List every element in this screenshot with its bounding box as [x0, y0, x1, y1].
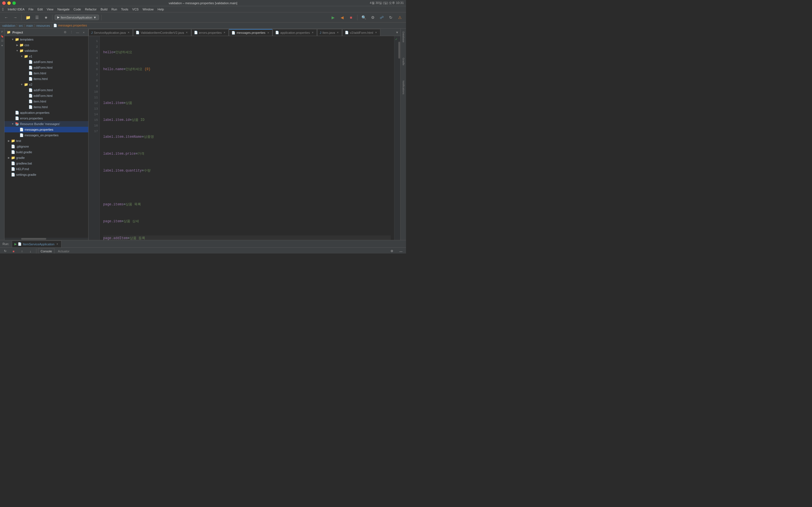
menu-navigate[interactable]: Navigate	[57, 8, 69, 11]
menu-intellij[interactable]: IntelliJ IDEA	[8, 8, 24, 11]
panel-collapse-button[interactable]: —	[75, 30, 80, 35]
menu-vcs[interactable]: VCS	[132, 8, 139, 11]
tree-item-settings-gradle[interactable]: 📄 settings.gradle	[4, 172, 88, 177]
tab-close-service[interactable]: ×	[127, 31, 130, 34]
menu-build[interactable]: Build	[101, 8, 107, 11]
console-tab[interactable]: Console	[38, 248, 54, 254]
minimize-button[interactable]	[7, 1, 11, 5]
breadcrumb-file[interactable]: 📄 messages.properties	[53, 24, 87, 27]
debug-button[interactable]: ◀	[338, 13, 346, 21]
settings-button[interactable]: ⚙	[369, 13, 377, 21]
tab-close-v2-addform[interactable]: ×	[374, 31, 378, 34]
favorites-button[interactable]: ★	[42, 13, 50, 21]
tree-item-v2-items[interactable]: 📄 items.html	[4, 104, 88, 110]
update-button[interactable]: ↻	[387, 13, 395, 21]
tree-item-v1-editform[interactable]: 📄 editForm.html	[4, 65, 88, 70]
tree-item-validation[interactable]: ▼ 📁 validation	[4, 48, 88, 54]
notification-button[interactable]: ⚠	[396, 13, 404, 21]
tab-close-item-java[interactable]: ×	[336, 31, 340, 34]
back-button[interactable]: ←	[2, 13, 10, 21]
tree-item-v1[interactable]: ▼ 📁 v1	[4, 54, 88, 59]
menu-window[interactable]: Window	[143, 8, 154, 11]
menu-tools[interactable]: Tools	[121, 8, 128, 11]
sidebar-icon-services[interactable]: ♠	[0, 43, 4, 47]
tab-service-application[interactable]: J ServiceApplication.java ×	[89, 29, 133, 36]
panel-close-button[interactable]: ×	[82, 30, 86, 35]
panel-gear-button[interactable]: ⚙	[63, 30, 67, 35]
run-restart-button[interactable]: ↻	[1, 247, 9, 254]
window-controls[interactable]	[2, 1, 16, 5]
tab-close-errors[interactable]: ×	[223, 31, 226, 34]
panel-horizontal-scrollbar[interactable]	[4, 238, 88, 240]
actuator-tab[interactable]: Actuator	[55, 248, 72, 254]
menu-view[interactable]: View	[47, 8, 54, 11]
menu-refactor[interactable]: Refactor	[85, 8, 97, 11]
sidebar-icon-bookmarks[interactable]: 🔖	[0, 34, 4, 38]
project-view-button[interactable]: 📁	[24, 13, 32, 21]
tree-item-templates[interactable]: ▼ 📁 templates	[4, 37, 88, 42]
apple-menu[interactable]: 	[2, 7, 4, 11]
tree-item-gradle[interactable]: ▶ 📁 gradle	[4, 155, 88, 161]
menu-code[interactable]: Code	[73, 8, 81, 11]
run-button[interactable]: ▶	[329, 13, 337, 21]
run-config-selector[interactable]: ▶ ItemServiceApplication ▼	[55, 15, 99, 20]
right-icon-gradle[interactable]: Gradle	[402, 56, 405, 67]
tree-item-gradlew-bat[interactable]: 📄 gradlew.bat	[4, 161, 88, 166]
project-tree[interactable]: ▼ 📁 templates ▶ 📁 css ▼ 📁 validation ▼ 📁…	[4, 36, 88, 238]
breadcrumb-src[interactable]: src	[18, 24, 23, 27]
tree-item-gitignore[interactable]: 📄 .gitignore	[4, 144, 88, 149]
editor-content[interactable]: 1 2 3 4 5 6 7 8 9 10 11 12 13 14 15 16 1…	[89, 36, 400, 240]
tab-application-properties[interactable]: 📄 application.properties ×	[273, 29, 317, 36]
tab-messages-properties[interactable]: 📄 messages.properties ×	[229, 29, 272, 36]
tab-errors-properties[interactable]: 📄 errors.properties ×	[192, 29, 229, 36]
tree-item-errors-prop[interactable]: 📄 errors.properties	[4, 115, 88, 121]
maximize-button[interactable]	[12, 1, 16, 5]
run-stop-button[interactable]: ■	[10, 247, 17, 254]
sidebar-icon-structure[interactable]: ☷	[0, 39, 4, 43]
vertical-scrollbar[interactable]	[398, 36, 400, 240]
console-minimize-button[interactable]: —	[397, 247, 405, 254]
tree-item-v2-editform[interactable]: 📄 editForm.html	[4, 93, 88, 99]
tree-item-application-prop[interactable]: 📄 application.properties	[4, 110, 88, 115]
right-icon-database[interactable]: Database	[402, 30, 405, 44]
stop-button[interactable]: ■	[347, 13, 355, 21]
git-button[interactable]: ☍	[378, 13, 386, 21]
close-button[interactable]	[2, 1, 6, 5]
menu-run[interactable]: Run	[111, 8, 117, 11]
breadcrumb-main[interactable]: main	[26, 24, 33, 27]
tree-item-messages-prop[interactable]: 📄 messages.properties	[4, 127, 88, 132]
menu-file[interactable]: File	[29, 8, 34, 11]
menu-edit[interactable]: Edit	[38, 8, 43, 11]
structure-button[interactable]: ☰	[33, 13, 41, 21]
tree-item-v2-item[interactable]: 📄 item.html	[4, 99, 88, 104]
breadcrumb-validation[interactable]: validation	[2, 24, 15, 27]
tree-item-test[interactable]: ▶ 📁 test	[4, 138, 88, 144]
tree-item-messages-en-prop[interactable]: 📄 messages_en.properties	[4, 132, 88, 138]
forward-button[interactable]: →	[11, 13, 19, 21]
tree-item-v1-items[interactable]: 📄 items.html	[4, 76, 88, 82]
tab-close-controller[interactable]: ×	[185, 31, 189, 34]
tab-close-messages[interactable]: ×	[266, 31, 270, 34]
tree-item-css[interactable]: ▶ 📁 css	[4, 42, 88, 48]
tab-item-java[interactable]: J Item.java ×	[317, 29, 342, 36]
tab-more-button[interactable]: ▼	[394, 29, 400, 36]
panel-layout-button[interactable]: ⋮	[69, 30, 73, 35]
tree-item-resource-bundle[interactable]: ▼ 📚 Resource Bundle 'messages'	[4, 121, 88, 127]
breadcrumb-resources[interactable]: resources	[36, 24, 50, 27]
search-button[interactable]: 🔍	[360, 13, 368, 21]
tab-validation-controller[interactable]: 📄 ValidationItemControllerV2.java ×	[133, 29, 191, 36]
run-tab-close[interactable]: ×	[56, 242, 59, 246]
sidebar-icon-project[interactable]: P	[0, 30, 4, 34]
tab-v2-addform[interactable]: 📄 v2/addForm.html ×	[342, 29, 380, 36]
bottom-tab-run[interactable]: ▶ 📄 ItemServiceApplication ×	[12, 240, 61, 247]
run-down-button[interactable]: ↓	[27, 247, 35, 254]
tree-item-v2[interactable]: ▼ 📁 v2	[4, 82, 88, 87]
console-settings-button[interactable]: ⚙	[388, 247, 396, 254]
tree-item-v1-addform[interactable]: 📄 addForm.html	[4, 59, 88, 65]
menu-help[interactable]: Help	[158, 8, 164, 11]
tree-item-build-gradle[interactable]: 📄 build.gradle	[4, 149, 88, 155]
run-up-button[interactable]: ↑	[18, 247, 26, 254]
tab-close-app-prop[interactable]: ×	[311, 31, 314, 34]
tree-item-help-md[interactable]: 📄 HELP.md	[4, 166, 88, 172]
tree-item-v1-item[interactable]: 📄 item.html	[4, 70, 88, 76]
